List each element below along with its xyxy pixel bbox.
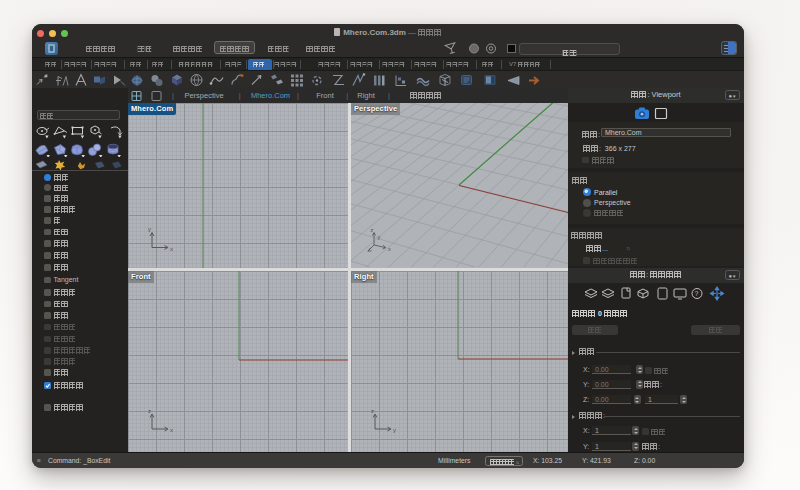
- svg-text:y: y: [148, 226, 151, 232]
- svg-text:z: z: [148, 408, 151, 414]
- svg-text:x: x: [170, 427, 173, 433]
- svg-text:z: z: [371, 227, 374, 233]
- svg-text:?: ?: [695, 290, 699, 297]
- svg-text:z: z: [371, 408, 374, 414]
- svg-text:y: y: [378, 234, 381, 240]
- svg-text:x: x: [388, 246, 391, 252]
- svg-text:x: x: [170, 246, 173, 252]
- svg-text:y: y: [393, 427, 396, 433]
